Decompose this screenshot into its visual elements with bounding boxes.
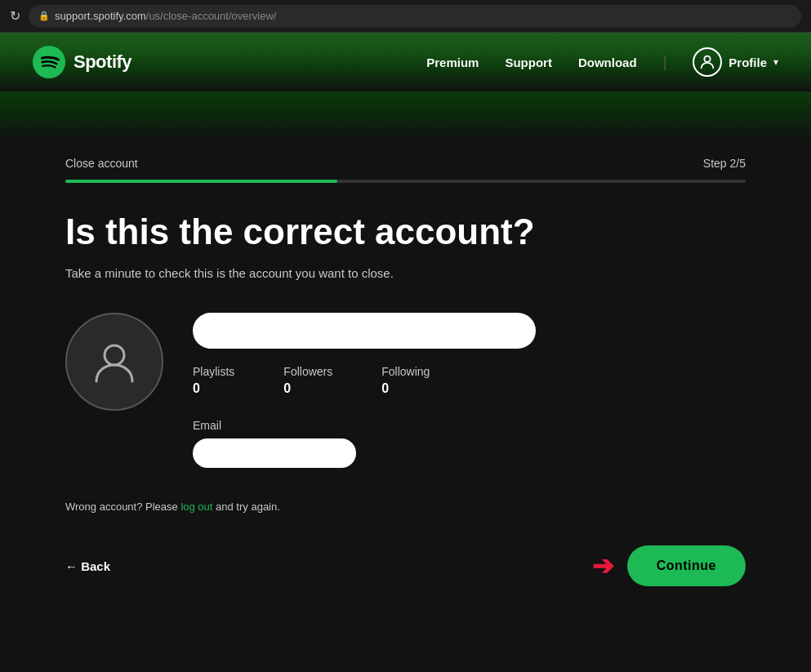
nav-support[interactable]: Support [505,56,552,69]
spotify-logo-area[interactable]: Spotify [33,46,131,78]
account-info: Playlists 0 Followers 0 Following 0 Emai… [65,313,746,468]
nav-download[interactable]: Download [578,56,637,69]
arrow-right-icon: ➔ [592,550,614,581]
nav-links: Premium Support Download | Profile ▾ [426,47,778,77]
lock-icon: 🔒 [38,11,50,21]
following-value: 0 [381,381,430,396]
back-button[interactable]: ← Back [65,559,110,573]
refresh-icon[interactable]: ↻ [10,8,20,24]
wrong-account-suffix: and try again. [212,501,279,513]
nav-premium[interactable]: Premium [426,56,479,69]
profile-icon-circle [693,47,722,77]
address-bar[interactable]: 🔒 support.spotify.com /us/close-account/… [29,5,801,28]
wrong-account-text: Wrong account? Please log out and try ag… [65,501,746,513]
browser-chrome: ↻ 🔒 support.spotify.com /us/close-accoun… [0,0,811,33]
svg-point-2 [105,345,124,365]
profile-area[interactable]: Profile ▾ [693,47,778,77]
footer-buttons: ← Back ➔ Continue [65,545,746,586]
email-bar [193,438,356,468]
progress-bar-container [65,180,746,183]
avatar-person-icon [90,337,139,386]
url-path: /us/close-account/overview/ [146,10,277,22]
close-account-label: Close account [65,157,138,170]
main-content: Close account Step 2/5 Is this the corre… [0,140,811,635]
main-heading: Is this the correct account? [65,212,746,251]
email-section: Email [193,419,746,468]
subtitle: Take a minute to check this is the accou… [65,266,746,280]
profile-label: Profile [729,56,767,69]
following-stat: Following 0 [381,365,430,396]
progress-section: Close account Step 2/5 [65,157,746,170]
followers-value: 0 [283,381,332,396]
wrong-account-prefix: Wrong account? Please [65,501,180,513]
profile-person-icon [698,53,716,71]
log-out-link[interactable]: log out [180,501,212,513]
playlists-label: Playlists [193,365,234,378]
chevron-down-icon: ▾ [773,56,778,68]
nav-divider: | [663,54,667,71]
stats-row: Playlists 0 Followers 0 Following 0 [193,365,746,396]
account-details: Playlists 0 Followers 0 Following 0 Emai… [193,313,746,468]
step-label: Step 2/5 [703,157,746,170]
playlists-value: 0 [193,381,234,396]
following-label: Following [381,365,430,378]
spotify-logo-icon [33,46,65,78]
continue-area: ➔ Continue [592,545,746,586]
progress-bar-fill [65,180,337,183]
email-label: Email [193,419,746,432]
username-bar [193,313,536,349]
navbar: Spotify Premium Support Download | Profi… [0,33,811,91]
svg-point-1 [705,56,711,62]
playlists-stat: Playlists 0 [193,365,234,396]
avatar [65,313,163,411]
followers-stat: Followers 0 [283,365,332,396]
hero-background [0,91,811,140]
followers-label: Followers [283,365,332,378]
continue-button[interactable]: Continue [627,545,746,586]
url-base: support.spotify.com [55,10,146,22]
spotify-wordmark: Spotify [74,51,131,73]
